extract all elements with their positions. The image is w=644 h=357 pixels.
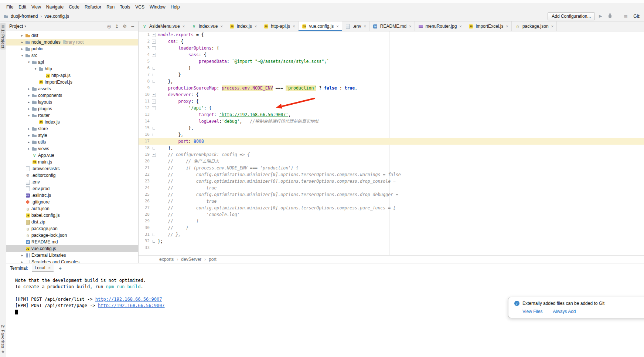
fold-icon[interactable]: [150, 233, 158, 236]
fold-icon[interactable]: [150, 153, 158, 157]
tree-item-package-lock.json[interactable]: package-lock.json: [6, 232, 138, 239]
tab-close-icon[interactable]: ×: [336, 24, 338, 28]
tree-item-.gitignore[interactable]: .gitignore: [6, 199, 138, 205]
terminal-url-link[interactable]: http://192.168.66.56:9007: [95, 297, 162, 302]
tree-item-.browserslistrc[interactable]: .browserslistrc: [6, 165, 138, 172]
chevron-down-icon[interactable]: ▾: [26, 114, 31, 117]
fold-icon[interactable]: [150, 33, 158, 37]
tree-item-vue.config.js[interactable]: vue.config.js: [6, 245, 138, 252]
fold-icon[interactable]: [150, 53, 158, 57]
tree-item-main.js[interactable]: main.js: [6, 159, 138, 165]
tab-close-icon[interactable]: ×: [293, 24, 295, 28]
code-line-8[interactable]: 8 },: [139, 78, 644, 85]
tree-item-importExcel.js[interactable]: importExcel.js: [6, 79, 138, 85]
chevron-down-icon[interactable]: ▾: [20, 54, 25, 57]
tree-item-Scratches and Consoles[interactable]: ▸Scratches and Consoles: [6, 259, 138, 263]
code-line-3[interactable]: 3 loaderOptions: {: [139, 45, 644, 51]
editor-tab-importExcel.js[interactable]: importExcel.js×: [465, 21, 512, 31]
fold-icon[interactable]: [150, 74, 158, 76]
fold-icon[interactable]: [150, 93, 158, 97]
code-line-20[interactable]: 20 // // 生产去除日志: [139, 158, 644, 165]
chevron-right-icon[interactable]: ▸: [26, 100, 31, 104]
fold-icon[interactable]: [150, 80, 158, 83]
tab-close-icon[interactable]: ×: [364, 24, 366, 28]
code-line-30[interactable]: 30 // }: [139, 225, 644, 231]
menu-item-code[interactable]: Code: [66, 4, 82, 10]
tree-item-README.md[interactable]: README.md: [6, 239, 138, 245]
code-line-1[interactable]: 1module.exports = {: [139, 31, 644, 38]
locate-file-icon[interactable]: ◎: [107, 24, 111, 29]
fold-icon[interactable]: [150, 100, 158, 104]
tree-item-App.vue[interactable]: App.vue: [6, 152, 138, 159]
code-line-19[interactable]: 19 // configureWebpack: config => {: [139, 151, 644, 158]
tree-item-.eslintrc.js[interactable]: .eslintrc.js: [6, 192, 138, 199]
tree-item-utils[interactable]: ▸utils: [6, 139, 138, 145]
tab-close-icon[interactable]: ×: [48, 266, 50, 270]
stripe-button-favorites[interactable]: 2: Favorites ★: [0, 323, 6, 356]
editor-tab-index.js[interactable]: index.js×: [226, 21, 260, 31]
tab-close-icon[interactable]: ×: [221, 24, 223, 28]
fold-icon[interactable]: [150, 134, 158, 136]
collapse-all-icon[interactable]: ↥: [115, 24, 119, 29]
editor[interactable]: 1module.exports = {2 css: {3 loaderOptio…: [139, 31, 644, 255]
code-line-27[interactable]: 27 // config.optimization.minimizer[0].o…: [139, 205, 644, 211]
run-icon[interactable]: ▶: [597, 14, 604, 18]
tree-item-dist.zip[interactable]: dist.zip: [6, 219, 138, 225]
chevron-right-icon[interactable]: ▸: [26, 140, 31, 144]
code-line-33[interactable]: 33: [139, 245, 644, 251]
code-line-23[interactable]: 23 // config.optimization.minimizer[0].o…: [139, 178, 644, 185]
tree-item-store[interactable]: ▸store: [6, 125, 138, 132]
code-line-9[interactable]: 9 productionSourceMap: process.env.NODE_…: [139, 85, 644, 91]
terminal-url-link[interactable]: http://192.168.66.56:9007: [98, 303, 165, 308]
chevron-right-icon[interactable]: ▸: [26, 134, 31, 137]
menu-item-vcs[interactable]: VCS: [133, 4, 147, 10]
tree-item-dist[interactable]: ▸dist: [6, 32, 138, 39]
editor-tab-vue.config.js[interactable]: vue.config.js×: [299, 21, 342, 31]
tree-item-External Libraries[interactable]: ▸External Libraries: [6, 252, 138, 259]
code-line-11[interactable]: 11 proxy: {: [139, 98, 644, 105]
debug-icon[interactable]: [609, 14, 611, 18]
breadcrumb-file[interactable]: vue.config.js: [44, 14, 69, 19]
breadcrumb-project[interactable]: duoji-frontend: [11, 14, 38, 19]
code-line-15[interactable]: 15 },: [139, 125, 644, 131]
tree-item-.env[interactable]: .env: [6, 179, 138, 185]
code-line-12[interactable]: 12 '/api': {: [139, 105, 644, 111]
tree-item-layouts[interactable]: ▸layouts: [6, 99, 138, 105]
code-line-14[interactable]: 14 logLevel:'debug', //控制台终端打印代理前的真实地址: [139, 118, 644, 125]
code-line-13[interactable]: 13 target: 'http://192.168.66.56:9007',: [139, 111, 644, 118]
view-files-link[interactable]: View Files: [522, 309, 542, 314]
editor-tab-.env[interactable]: .env×: [342, 21, 369, 31]
tab-close-icon[interactable]: ×: [459, 24, 461, 28]
menu-item-view[interactable]: View: [29, 4, 44, 10]
breadcrumb-item-port[interactable]: port: [209, 257, 217, 262]
stripe-button-project[interactable]: ▦ 1: Project: [0, 23, 6, 50]
chevron-right-icon[interactable]: ▸: [26, 94, 31, 97]
tool-grid-icon[interactable]: ▦: [622, 14, 629, 18]
tree-item-src[interactable]: ▾src: [6, 52, 138, 59]
editor-tab-http-api.js[interactable]: http-api.js×: [260, 21, 298, 31]
tree-item-index.js[interactable]: index.js: [6, 119, 138, 125]
chevron-down-icon[interactable]: ▾: [33, 67, 38, 71]
tree-item-http-api.js[interactable]: http-api.js: [6, 72, 138, 79]
menu-item-help[interactable]: Help: [168, 4, 183, 10]
menu-item-window[interactable]: Window: [147, 4, 168, 10]
project-view-selector[interactable]: Project ▾: [9, 24, 26, 29]
code-line-4[interactable]: 4 sass: {: [139, 51, 644, 58]
tab-close-icon[interactable]: ×: [409, 24, 411, 28]
editor-tab-menuRouter.jpg[interactable]: menuRouter.jpg×: [415, 21, 465, 31]
always-add-link[interactable]: Always Add: [553, 309, 576, 314]
breadcrumb-item-exports[interactable]: exports: [159, 257, 174, 262]
code-line-5[interactable]: 5 prependData: `@import "~@/assets/scss/…: [139, 58, 644, 65]
code-line-28[interactable]: 28 // 'console.log': [139, 211, 644, 218]
fold-icon[interactable]: [150, 40, 158, 44]
fold-icon[interactable]: [150, 67, 158, 70]
code-line-31[interactable]: 31 // },: [139, 231, 644, 238]
code-line-17[interactable]: 17 port: 8008: [139, 138, 644, 145]
code-line-29[interactable]: 29 // ]: [139, 218, 644, 225]
menu-item-edit[interactable]: Edit: [16, 4, 29, 10]
editor-tab-package.json[interactable]: package.json×: [512, 21, 557, 31]
tree-item-.editorconfig[interactable]: .editorconfig: [6, 172, 138, 179]
code-line-16[interactable]: 16 },: [139, 131, 644, 138]
code-line-26[interactable]: 26 // true: [139, 198, 644, 205]
git-widget[interactable]: Git:: [633, 14, 640, 19]
